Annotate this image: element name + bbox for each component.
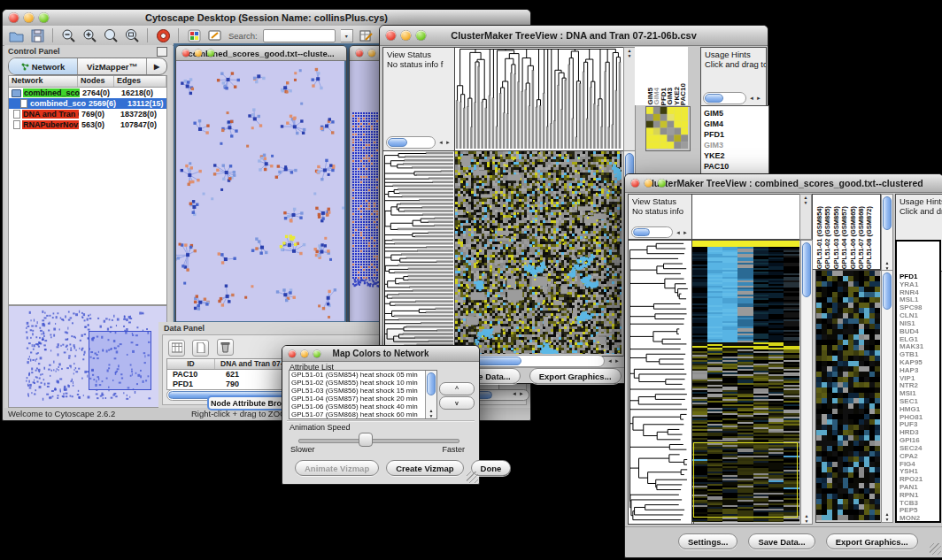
row-dendrogram-canvas[interactable] xyxy=(629,241,691,522)
heatmap-1[interactable] xyxy=(454,150,624,357)
search-dropdown-icon[interactable]: ▾ xyxy=(341,29,353,42)
row-dendrogram-1[interactable] xyxy=(382,150,456,357)
tab-vizmapper[interactable]: VizMapper™ xyxy=(78,58,147,74)
correlation-matrix[interactable] xyxy=(645,106,691,151)
tab-overflow-arrow[interactable]: ▶ xyxy=(147,58,166,74)
dendrogram-zoom-strip[interactable]: ▲▼ xyxy=(799,194,812,240)
column-label[interactable]: GPL51-04 (GSM857) xyxy=(841,206,849,269)
network-view-1-canvas[interactable] xyxy=(176,61,344,321)
zoom-button[interactable] xyxy=(207,50,214,57)
usage-hints-hscrollbar[interactable]: ◄► xyxy=(703,93,764,104)
treeview2-footer-button[interactable]: Export Graphics... xyxy=(826,533,918,549)
treeview1-titlebar[interactable]: ClusterMaker TreeView : DNA and Tran 07-… xyxy=(380,26,768,46)
gene-name[interactable]: YKE2 xyxy=(704,150,768,161)
heatmap-2-vscrollbar[interactable]: ▲▼ xyxy=(800,240,813,525)
open-session-icon[interactable] xyxy=(8,28,24,43)
treeview2-titlebar[interactable]: ClusterMaker TreeView : combined_scores_… xyxy=(625,174,942,193)
close-button[interactable] xyxy=(182,50,189,57)
row-dendrogram-canvas[interactable] xyxy=(383,151,453,354)
annotation-icon[interactable] xyxy=(207,28,223,43)
new-attribute-icon[interactable] xyxy=(192,340,209,357)
attribute-editor-icon[interactable] xyxy=(359,28,374,43)
resize-grip[interactable] xyxy=(467,472,478,483)
float-panel-icon[interactable] xyxy=(157,47,167,57)
attribute-listbox[interactable]: GPL51-01 (GSM854) heat shock 05 minGPL51… xyxy=(289,370,437,419)
zoom-button[interactable] xyxy=(416,31,426,41)
select-attributes-icon[interactable] xyxy=(168,340,185,357)
help-lifering-icon[interactable] xyxy=(155,28,171,43)
overview-canvas[interactable] xyxy=(9,306,165,405)
move-up-button[interactable]: ^ xyxy=(439,382,475,395)
network-table: Network Nodes Edges combined_scores 2764… xyxy=(8,75,167,305)
network-view-1-titlebar[interactable]: combined_scores_good.txt--cluste... xyxy=(176,46,346,61)
delete-attribute-icon[interactable] xyxy=(217,339,234,356)
column-label[interactable]: GPL51-08 (GSM872) xyxy=(866,206,874,269)
gene-name[interactable]: PFD1 xyxy=(704,129,768,140)
treeview1-footer-button[interactable]: Export Graphics... xyxy=(529,368,622,384)
dendrogram-zoom-strip[interactable]: ▲▼ xyxy=(623,47,636,151)
zoom-heatmap-vscrollbar[interactable]: ▲▼ xyxy=(881,270,893,523)
zoom-button[interactable] xyxy=(658,180,666,188)
column-dendrogram-2[interactable] xyxy=(691,194,801,240)
column-dendrogram-canvas[interactable] xyxy=(455,48,622,149)
resize-grip[interactable] xyxy=(930,543,941,555)
network-row[interactable]: combined_scores 2764(0) 16218(0) xyxy=(9,88,166,98)
minimize-button[interactable] xyxy=(645,180,652,188)
attribute-item[interactable]: GPL51-07 (GSM868) heat shock 60 min xyxy=(290,411,424,419)
dialog-button[interactable]: Create Vizmap xyxy=(386,460,463,476)
search-input[interactable] xyxy=(263,29,336,42)
zoom-out-icon[interactable] xyxy=(60,28,76,43)
network-table-header[interactable]: Network Nodes Edges xyxy=(9,76,166,88)
birds-eye-overview[interactable] xyxy=(8,305,167,408)
network-row[interactable]: DNA and Tran 07 769(0) 183728(0) xyxy=(9,109,166,119)
dialog-titlebar[interactable]: Map Colors to Network xyxy=(282,346,479,362)
zoom-heatmap-canvas[interactable] xyxy=(816,271,880,520)
close-button[interactable] xyxy=(386,31,396,41)
dialog-button[interactable]: Animate Vizmap xyxy=(295,460,379,476)
heatmap-2[interactable] xyxy=(691,240,802,525)
heatmap-1-canvas[interactable] xyxy=(455,151,622,354)
treeview2-footer-button[interactable]: Save Data... xyxy=(748,533,815,549)
gene-name[interactable]: MON2 xyxy=(900,515,939,523)
gene-name[interactable]: PAC10 xyxy=(704,161,768,172)
treeview2-footer-button[interactable]: Settings... xyxy=(678,533,737,549)
zoom-heatmap[interactable] xyxy=(815,270,883,523)
zoom-in-icon[interactable] xyxy=(81,28,97,43)
gene-name[interactable]: GIM3 xyxy=(704,140,768,150)
column-label[interactable]: PAC10 xyxy=(680,83,686,105)
scrollbar-arrows-icon[interactable]: ◄► xyxy=(512,391,526,396)
minimize-button[interactable] xyxy=(301,350,308,357)
column-dendrogram-1[interactable] xyxy=(454,47,624,151)
close-button[interactable] xyxy=(631,180,639,188)
heatmap-2-canvas[interactable] xyxy=(692,241,799,522)
animation-speed-slider[interactable] xyxy=(298,439,459,443)
close-button[interactable] xyxy=(289,350,296,357)
zoom-selected-icon[interactable] xyxy=(103,28,119,43)
network-row[interactable]: combined_sco 2569(6) 13112(15) xyxy=(9,98,166,109)
column-labels-vscrollbar[interactable]: ▲▼ xyxy=(881,194,893,272)
attribute-list-vscrollbar[interactable]: ▲▼ xyxy=(425,371,436,418)
view-status-hscrollbar[interactable]: ◄► xyxy=(631,227,691,237)
network-row[interactable]: RNAPuberNov2+ 563(0) 107847(0) xyxy=(9,119,166,130)
minimize-button[interactable] xyxy=(401,31,411,41)
view-status-hscrollbar[interactable]: ◄► xyxy=(386,137,453,148)
save-session-icon[interactable] xyxy=(29,28,45,43)
minimize-button[interactable] xyxy=(195,50,202,57)
tab-network[interactable]: Network xyxy=(9,58,78,74)
data-panel-toolbar xyxy=(168,339,237,357)
move-down-button[interactable]: v xyxy=(439,396,475,410)
minimize-button[interactable] xyxy=(368,50,375,57)
zoom-button[interactable] xyxy=(39,13,49,23)
column-label[interactable]: GPL51-02 (GSM855) xyxy=(824,206,832,269)
gene-name[interactable]: GIM4 xyxy=(704,119,768,129)
gene-name[interactable]: GIM5 xyxy=(704,108,768,119)
zoom-fit-icon[interactable] xyxy=(124,28,140,43)
correlation-matrix-canvas[interactable] xyxy=(646,107,688,149)
zoom-button[interactable] xyxy=(313,350,320,357)
close-button[interactable] xyxy=(356,50,363,57)
close-button[interactable] xyxy=(9,13,19,23)
vizmap-palette-icon[interactable] xyxy=(186,28,202,43)
minimize-button[interactable] xyxy=(24,13,34,23)
row-dendrogram-2[interactable] xyxy=(628,240,694,525)
slider-thumb[interactable] xyxy=(359,433,373,447)
